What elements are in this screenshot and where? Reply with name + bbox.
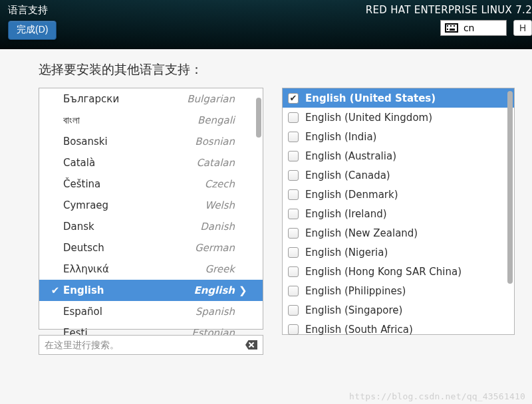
scrollbar[interactable] bbox=[256, 90, 261, 328]
checkbox[interactable] bbox=[288, 305, 299, 316]
locale-row[interactable]: English (United States) bbox=[283, 88, 514, 108]
checkbox[interactable] bbox=[288, 170, 299, 181]
search-input[interactable] bbox=[45, 340, 245, 350]
locale-row[interactable]: English (Singapore) bbox=[283, 300, 514, 320]
language-native: Español bbox=[63, 306, 102, 318]
language-row[interactable]: ✔EnglishEnglish❯ bbox=[39, 280, 263, 301]
scrollbar-thumb[interactable] bbox=[256, 98, 261, 138]
checkbox[interactable] bbox=[288, 132, 299, 142]
locale-label: English (India) bbox=[305, 131, 376, 143]
language-english: Bengali bbox=[198, 114, 235, 126]
locale-label: English (Nigeria) bbox=[305, 247, 388, 258]
language-row[interactable]: DanskDanish❯ bbox=[39, 216, 263, 237]
done-button[interactable]: 完成(D) bbox=[8, 21, 57, 40]
locale-label: English (Singapore) bbox=[305, 304, 402, 316]
language-native: Čeština bbox=[63, 178, 100, 190]
check-icon: ✔ bbox=[49, 284, 62, 296]
topbar-right: RED HAT ENTERPRISE LINUX 7.2 cn H bbox=[366, 4, 532, 36]
language-row[interactable]: CymraegWelsh❯ bbox=[39, 195, 263, 216]
scrollbar[interactable] bbox=[507, 90, 513, 333]
search-box[interactable] bbox=[39, 335, 263, 355]
language-native: বাংলা bbox=[63, 114, 80, 126]
locale-row[interactable]: English (Australia) bbox=[283, 146, 514, 165]
checkbox[interactable] bbox=[288, 247, 299, 258]
language-native: Ελληνικά bbox=[63, 263, 109, 275]
checkbox[interactable] bbox=[288, 112, 299, 123]
locale-row[interactable]: English (United Kingdom) bbox=[283, 108, 514, 127]
help-button[interactable]: H bbox=[513, 20, 532, 36]
checkbox[interactable] bbox=[288, 209, 299, 219]
locale-label: English (South Africa) bbox=[305, 324, 413, 336]
watermark: https://blog.csdn.net/qq_43561410 bbox=[349, 391, 525, 401]
language-english: Spanish bbox=[196, 306, 235, 318]
language-english: German bbox=[195, 242, 235, 254]
locale-label: English (Hong Kong SAR China) bbox=[305, 266, 462, 278]
checkbox[interactable] bbox=[288, 93, 299, 104]
language-english: Czech bbox=[205, 178, 235, 190]
language-english: Danish bbox=[200, 221, 235, 233]
language-row[interactable]: ČeštinaCzech❯ bbox=[39, 173, 263, 195]
locale-label: English (Canada) bbox=[305, 169, 390, 181]
language-native: Deutsch bbox=[63, 242, 104, 254]
locale-row[interactable]: English (India) bbox=[283, 127, 514, 146]
locale-label: English (United Kingdom) bbox=[305, 112, 432, 124]
checkbox[interactable] bbox=[288, 324, 299, 335]
language-row[interactable]: DeutschGerman❯ bbox=[39, 237, 263, 258]
keyboard-layout-label: cn bbox=[464, 23, 475, 33]
locale-label: English (Australia) bbox=[305, 150, 396, 162]
locale-row[interactable]: English (Canada) bbox=[283, 165, 514, 185]
keyboard-layout-indicator[interactable]: cn bbox=[440, 20, 507, 36]
language-row[interactable]: БългарскиBulgarian❯ bbox=[39, 88, 263, 110]
locale-row[interactable]: English (South Africa) bbox=[283, 320, 514, 339]
language-list[interactable]: БългарскиBulgarian❯বাংলাBengali❯Bosanski… bbox=[39, 88, 263, 330]
keyboard-icon bbox=[445, 23, 458, 33]
locale-row[interactable]: English (Hong Kong SAR China) bbox=[283, 262, 514, 281]
locale-list[interactable]: English (United States)English (United K… bbox=[282, 88, 515, 335]
checkbox[interactable] bbox=[288, 266, 299, 277]
language-english: English bbox=[194, 284, 235, 296]
locale-row[interactable]: English (Philippines) bbox=[283, 281, 514, 300]
locale-label: English (Denmark) bbox=[305, 189, 398, 201]
locale-row[interactable]: English (Denmark) bbox=[283, 185, 514, 204]
content: 选择要安装的其他语言支持： БългарскиBulgarian❯বাংলাBe… bbox=[0, 49, 532, 361]
scrollbar-thumb[interactable] bbox=[507, 91, 513, 284]
locale-row[interactable]: English (Nigeria) bbox=[283, 243, 514, 262]
language-english: Bosnian bbox=[195, 136, 235, 148]
language-native: Български bbox=[63, 93, 119, 105]
product-name: RED HAT ENTERPRISE LINUX 7.2 bbox=[366, 4, 532, 16]
language-row[interactable]: ΕλληνικάGreek❯ bbox=[39, 258, 263, 280]
checkbox[interactable] bbox=[288, 228, 299, 239]
locale-label: English (United States) bbox=[305, 92, 436, 104]
locale-row[interactable]: English (New Zealand) bbox=[283, 223, 514, 243]
language-native: Cymraeg bbox=[63, 199, 108, 211]
language-native: Català bbox=[63, 157, 95, 169]
topbar: 语言支持 完成(D) RED HAT ENTERPRISE LINUX 7.2 … bbox=[0, 0, 532, 49]
locale-label: English (Philippines) bbox=[305, 285, 406, 297]
language-row[interactable]: বাংলাBengali❯ bbox=[39, 110, 263, 131]
checkbox[interactable] bbox=[288, 151, 299, 161]
language-english: Welsh bbox=[205, 199, 235, 211]
language-native: English bbox=[63, 284, 104, 296]
language-english: Bulgarian bbox=[187, 93, 235, 105]
chevron-right-icon: ❯ bbox=[239, 284, 249, 296]
locale-label: English (Ireland) bbox=[305, 208, 387, 220]
language-english: Catalan bbox=[196, 157, 235, 169]
language-row[interactable]: BosanskiBosnian❯ bbox=[39, 131, 263, 152]
checkbox[interactable] bbox=[288, 286, 299, 296]
checkbox[interactable] bbox=[288, 189, 299, 200]
locale-row[interactable]: English (Ireland) bbox=[283, 204, 514, 223]
language-row[interactable]: CatalàCatalan❯ bbox=[39, 152, 263, 173]
language-row[interactable]: EspañolSpanish❯ bbox=[39, 301, 263, 322]
locale-label: English (New Zealand) bbox=[305, 227, 418, 239]
language-native: Bosanski bbox=[63, 136, 108, 148]
language-english: Greek bbox=[205, 263, 235, 275]
language-native: Dansk bbox=[63, 221, 94, 233]
content-heading: 选择要安装的其他语言支持： bbox=[39, 61, 515, 78]
clear-icon[interactable] bbox=[245, 340, 257, 350]
